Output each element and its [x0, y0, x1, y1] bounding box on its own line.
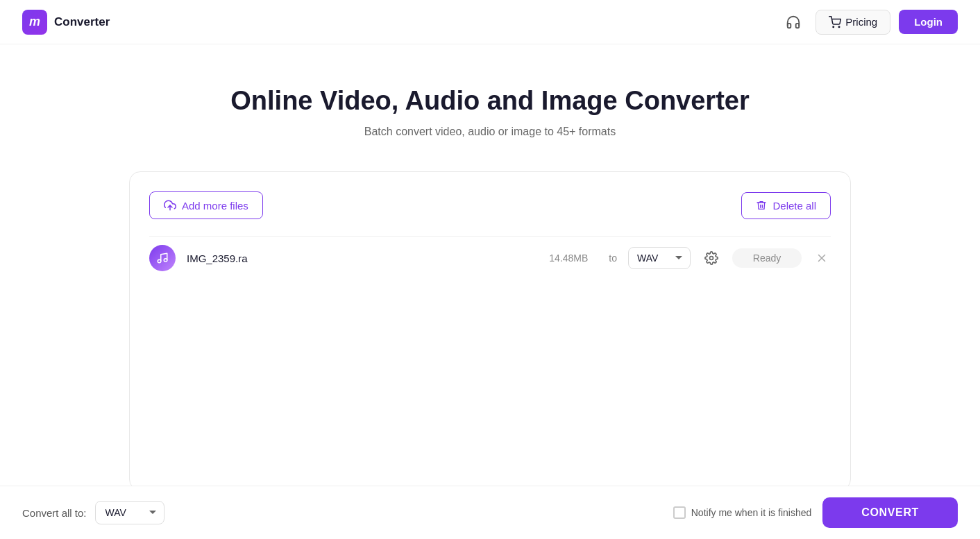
logo-icon: m	[22, 10, 47, 35]
bottom-bar: Convert all to: WAV MP3 AAC FLAC OGG MP4…	[0, 486, 980, 539]
table-row: IMG_2359.ra 14.48MB to WAVMP3AACFLACOGGM…	[149, 236, 831, 280]
file-icon	[149, 245, 176, 271]
header-right: Pricing Login	[779, 8, 958, 36]
file-list: IMG_2359.ra 14.48MB to WAVMP3AACFLACOGGM…	[149, 236, 831, 280]
converter-box: Add more files Delete all IMG_2359.ra 14…	[129, 171, 851, 490]
pricing-button[interactable]: Pricing	[816, 10, 890, 35]
notify-checkbox[interactable]	[673, 506, 686, 519]
file-size: 14.48MB	[549, 253, 598, 264]
headphone-icon-btn[interactable]	[779, 8, 807, 36]
trash-icon	[756, 200, 767, 211]
header-left: m Converter	[22, 10, 110, 35]
svg-point-5	[710, 257, 713, 260]
convert-all-left: Convert all to: WAV MP3 AAC FLAC OGG MP4…	[22, 501, 164, 524]
notify-label: Notify me when it is finished	[691, 507, 812, 518]
app-name: Converter	[54, 15, 110, 29]
file-name: IMG_2359.ra	[187, 253, 538, 264]
status-badge: Ready	[732, 248, 802, 268]
close-icon	[816, 252, 828, 264]
upload-icon	[164, 199, 176, 212]
svg-point-1	[839, 26, 840, 28]
svg-point-3	[158, 259, 161, 263]
svg-point-0	[833, 26, 834, 28]
hero-subtitle: Batch convert video, audio or image to 4…	[129, 126, 851, 138]
remove-file-button[interactable]	[813, 249, 831, 267]
main-content: Online Video, Audio and Image Converter …	[115, 44, 865, 539]
login-button[interactable]: Login	[899, 10, 958, 34]
hero-title: Online Video, Audio and Image Converter	[129, 86, 851, 116]
convert-button[interactable]: CONVERT	[822, 497, 958, 528]
add-files-button[interactable]: Add more files	[149, 191, 263, 219]
svg-point-4	[164, 259, 167, 262]
delete-all-button[interactable]: Delete all	[741, 192, 831, 219]
convert-all-label: Convert all to:	[22, 507, 87, 519]
to-label: to	[609, 253, 617, 264]
converter-toolbar: Add more files Delete all	[149, 191, 831, 219]
notify-checkbox-wrap[interactable]: Notify me when it is finished	[673, 506, 812, 519]
settings-icon-button[interactable]	[702, 248, 721, 268]
header: m Converter Pricing Login	[0, 0, 980, 44]
gear-icon	[704, 251, 718, 265]
bottom-right: Notify me when it is finished CONVERT	[673, 497, 958, 528]
format-select[interactable]: WAVMP3AACFLACOGGMP4AVIMOV	[628, 247, 691, 269]
convert-all-select[interactable]: WAV MP3 AAC FLAC OGG MP4 AVI MOV	[95, 501, 164, 524]
